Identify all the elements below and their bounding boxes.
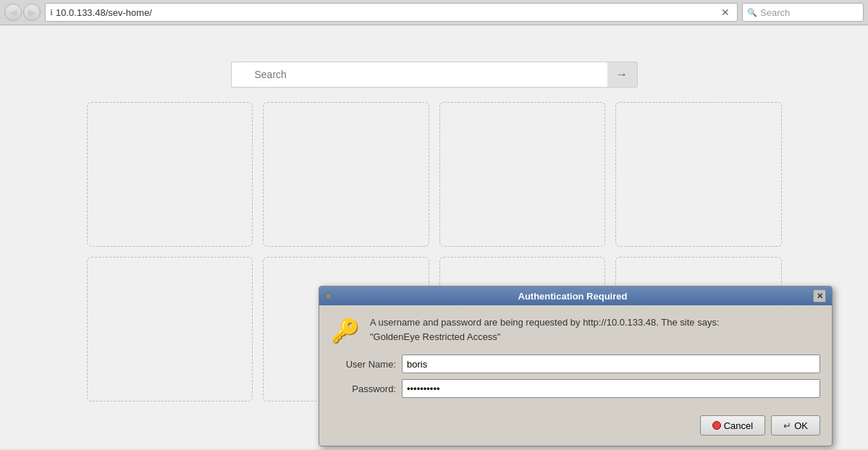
nav-buttons: ◀ ▶ bbox=[4, 4, 41, 21]
ok-label: OK bbox=[794, 420, 808, 431]
dialog-fields: User Name: Password: bbox=[331, 355, 820, 398]
cancel-icon bbox=[712, 421, 721, 430]
page-search-container: 🔍 → bbox=[231, 61, 638, 88]
cancel-button[interactable]: Cancel bbox=[700, 415, 765, 436]
dialog-message: A username and password are being reques… bbox=[370, 315, 720, 344]
dialog-message-line2: "GoldenEye Restricted Access" bbox=[370, 331, 500, 342]
grid-item-2 bbox=[263, 102, 429, 247]
password-input[interactable] bbox=[402, 379, 820, 398]
dialog-buttons: Cancel ↵ OK bbox=[331, 409, 820, 436]
page-search-button[interactable]: → bbox=[607, 61, 638, 88]
dialog-dot bbox=[325, 292, 332, 300]
browser-toolbar: ◀ ▶ ℹ 10.0.133.48/sev-home/ ✕ 🔍 Search bbox=[0, 0, 868, 25]
address-text: 10.0.133.48/sev-home/ bbox=[56, 7, 718, 18]
cancel-label: Cancel bbox=[724, 420, 753, 431]
username-input[interactable] bbox=[402, 355, 820, 373]
grid-item-1 bbox=[87, 102, 253, 247]
dialog-titlebar: Authentication Required ✕ bbox=[319, 286, 832, 305]
ok-icon: ↵ bbox=[783, 420, 791, 431]
key-icon: 🔑 bbox=[331, 317, 360, 344]
page-search-input[interactable] bbox=[231, 61, 607, 88]
page-search-wrapper: 🔍 → bbox=[231, 61, 638, 88]
back-button[interactable]: ◀ bbox=[4, 4, 22, 21]
browser-search-bar[interactable]: 🔍 Search bbox=[742, 3, 864, 22]
password-row: Password: bbox=[331, 379, 820, 398]
browser-search-placeholder: Search bbox=[760, 7, 790, 18]
grid-item-4 bbox=[615, 102, 782, 247]
info-icon: ℹ bbox=[50, 8, 53, 17]
auth-dialog: Authentication Required ✕ 🔑 A username a… bbox=[319, 286, 833, 446]
browser-search-icon: 🔍 bbox=[747, 8, 757, 17]
username-row: User Name: bbox=[331, 355, 820, 373]
address-bar[interactable]: ℹ 10.0.133.48/sev-home/ ✕ bbox=[45, 3, 738, 22]
dialog-close-button[interactable]: ✕ bbox=[813, 289, 826, 302]
password-label: Password: bbox=[331, 383, 396, 394]
grid-item-5 bbox=[87, 257, 253, 402]
ok-button[interactable]: ↵ OK bbox=[771, 415, 820, 436]
stop-button[interactable]: ✕ bbox=[718, 5, 733, 20]
grid-item-3 bbox=[439, 102, 606, 247]
dialog-body: 🔑 A username and password are being requ… bbox=[319, 305, 832, 446]
forward-button[interactable]: ▶ bbox=[23, 4, 41, 21]
dialog-message-row: 🔑 A username and password are being requ… bbox=[331, 315, 820, 344]
dialog-title: Authentication Required bbox=[332, 291, 813, 302]
username-label: User Name: bbox=[331, 359, 396, 370]
page-content: 🔍 → Authentication Required ✕ 🔑 A us bbox=[0, 25, 868, 449]
dialog-message-line1: A username and password are being reques… bbox=[370, 317, 720, 328]
browser-chrome: ◀ ▶ ℹ 10.0.133.48/sev-home/ ✕ 🔍 Search bbox=[0, 0, 868, 25]
